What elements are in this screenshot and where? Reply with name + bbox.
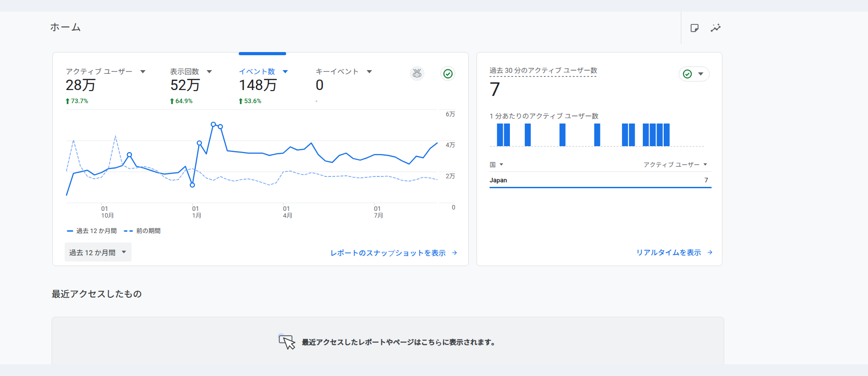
notes-button[interactable] [689,23,700,33]
svg-text:1月: 1月 [192,212,202,219]
realtime-link-label: リアルタイムを表示 [636,247,701,257]
metric-value: 0 [316,76,324,95]
svg-text:7月: 7月 [374,212,383,219]
metric-label-row: アクティブ ユーザー [66,67,146,76]
check-circle-icon [443,69,453,79]
realtime-card: 過去 30 分のアクティブ ユーザー数 7 1 分あたりのアクティブ ユーザー数… [476,52,722,266]
arrow-right-icon [451,249,458,256]
insights-button[interactable] [710,23,721,33]
selected-metric-indicator [239,52,286,55]
header-divider [681,12,681,44]
card-badges [410,66,455,81]
chevron-down-icon [698,72,703,76]
chevron-down-icon [703,163,707,166]
metric-label: アクティブ ユーザー [66,67,132,76]
metric-delta: 64.9% [170,97,193,105]
report-snapshot-link-label: レポートのスナップショットを表示 [330,247,446,258]
report-snapshot-link[interactable]: レポートのスナップショットを表示 [330,247,458,258]
metric-header-label: アクティブ ユーザー [643,160,700,169]
legend-swatch-line [67,230,73,232]
chevron-down-icon [140,70,146,73]
realtime-per-minute-label: 1 分あたりのアクティブ ユーザー数 [490,111,599,120]
metric-delta: 73.7% [66,97,88,105]
svg-text:01: 01 [192,205,199,212]
svg-text:6万: 6万 [446,110,455,118]
recent-empty-row: 最近アクセスしたレポートやページはこちらに表示されます。 [278,333,498,351]
svg-text:10月: 10月 [101,212,114,219]
insights-icon [710,23,722,33]
svg-text:4月: 4月 [283,212,292,219]
svg-text:01: 01 [283,205,290,212]
realtime-data-quality-button[interactable] [679,67,710,81]
metric-delta-value: 53.6% [244,97,261,105]
table-row-dimension: Japan [490,176,507,184]
metric-delta-value: - [316,97,317,105]
metric-label: 表示回数 [170,67,199,76]
recent-empty-message: 最近アクセスしたレポートやページはこちらに表示されます。 [302,337,498,347]
realtime-active-users: 7 [490,79,500,100]
check-circle-icon [683,69,692,79]
metric-delta-value: 64.9% [175,97,193,105]
metric-value: 52万 [170,76,201,95]
legend-swatch-dash [129,230,133,232]
metric-label-row: 表示回数 [170,67,212,76]
dimension-header-label: 国 [490,160,496,169]
realtime-link[interactable]: リアルタイムを表示 [636,247,713,257]
metric-label-row: イベント数 [239,67,288,76]
svg-text:01: 01 [374,205,381,212]
metric-label: キーイベント [316,67,359,76]
svg-text:0: 0 [452,204,455,211]
arrow-right-icon [707,249,713,256]
cursor-click-icon [278,333,296,351]
svg-text:2万: 2万 [446,172,455,180]
arrow-up-icon [170,98,174,104]
recent-empty-panel: 最近アクセスしたレポートやページはこちらに表示されます。 [52,317,724,364]
chevron-down-icon [122,251,126,253]
chevron-down-icon [500,163,503,166]
recent-section-heading: 最近アクセスしたもの [52,288,142,300]
metric-delta: 53.6% [239,97,261,105]
overview-card-footer: 過去 12 か月間 レポートのスナップショットを表示 [53,232,468,266]
metric-delta: - [316,97,317,105]
svg-text:4万: 4万 [446,141,455,148]
realtime-metric-header[interactable]: アクティブ ユーザー [643,160,707,169]
data-quality-button[interactable] [440,66,455,81]
content-sheet: ホーム アクティブ ユーザー 28万 [0,12,868,364]
metric-label-row: キーイベント [316,67,372,76]
arrow-up-icon [239,98,243,104]
metric-value: 148万 [239,76,278,95]
date-range-label: 過去 12 か月間 [69,247,116,257]
chevron-down-icon [207,70,212,73]
overview-card: アクティブ ユーザー 28万 73.7% 表示回数 52万 64.9% イベント… [52,52,469,266]
table-row-value: 7 [704,176,708,184]
metric-delta-value: 73.7% [71,97,88,105]
realtime-dimension-header[interactable]: 国 [490,160,503,169]
chevron-down-icon [367,70,372,73]
legend-swatch-dash [124,230,127,232]
metric-label: イベント数 [239,67,275,76]
arrow-up-icon [66,98,70,104]
realtime-title: 過去 30 分のアクティブ ユーザー数 [490,67,597,77]
note-icon [689,23,700,33]
date-range-button[interactable]: 過去 12 か月間 [65,243,132,262]
chevron-down-icon [283,70,288,73]
medal-icon [412,68,422,79]
page-title: ホーム [50,21,82,34]
metric-value: 28万 [66,76,96,95]
svg-text:01: 01 [101,205,108,212]
table-row-bar [490,187,712,188]
page-header: ホーム [0,12,868,44]
table-header-divider [490,171,712,172]
benchmark-medal-badge[interactable] [410,66,425,81]
